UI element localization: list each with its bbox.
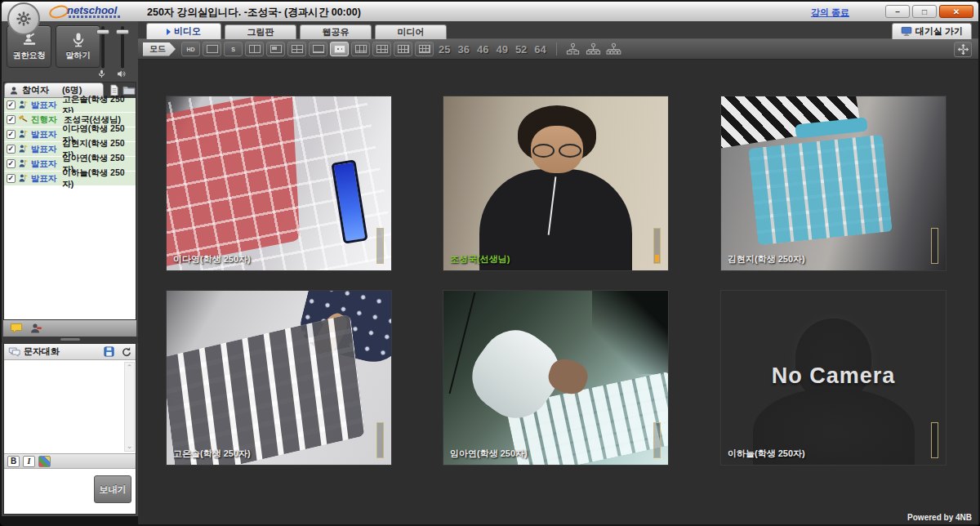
send-button[interactable]: 보내기 <box>94 475 131 503</box>
participant-checkbox[interactable]: ✓ <box>7 145 16 154</box>
grid-4x3-icon <box>398 45 409 53</box>
tab-strip: 비디오 그림판 웹공유 미디어 대기실 가기 <box>138 21 978 39</box>
video-tile-goeunsol[interactable]: 고은솔(학생 250자) <box>166 290 392 466</box>
bold-button[interactable]: B <box>7 456 20 467</box>
video-tile-chosungkuk[interactable]: 조성국(선생님) <box>443 96 669 271</box>
title-bar: netschool 250자 강의실입니다. -조성국- (경과시간 00:00… <box>2 2 978 21</box>
logo-subtext <box>69 16 121 18</box>
waiting-room-label: 대기실 가기 <box>915 25 963 38</box>
participant-checkbox[interactable]: ✓ <box>7 174 16 183</box>
video-tile-leehaneul[interactable]: No Camera 이하늘(학생 250자) <box>720 290 947 466</box>
participant-role: 발표자 <box>31 129 60 140</box>
mic-slider-handle[interactable] <box>96 29 109 34</box>
speaker-small-icon <box>117 69 127 79</box>
volume-indicator <box>931 422 938 458</box>
participant-role: 발표자 <box>31 144 60 155</box>
participant-role: 진행자 <box>31 114 61 126</box>
video-feed <box>167 96 391 270</box>
chat-format-bar: B I <box>4 453 136 468</box>
layout-2x2-button[interactable] <box>287 42 306 56</box>
participant-role: 발표자 <box>31 173 60 185</box>
speaker-slider-handle[interactable] <box>116 29 129 34</box>
tab-webshare[interactable]: 웹공유 <box>300 25 372 39</box>
layout-49-button[interactable]: 49 <box>493 43 510 56</box>
layout-64-button[interactable]: 64 <box>532 43 548 56</box>
scene-detail <box>166 314 365 466</box>
video-tile-imayeon[interactable]: 임아연(학생 250자) <box>443 290 669 466</box>
volume-level-fill <box>655 255 659 262</box>
presenter-icon <box>18 144 29 154</box>
participant-row[interactable]: ✓ 발표자 고은솔(학생 250자) <box>4 98 136 113</box>
layout-36-button[interactable]: 36 <box>455 43 471 56</box>
layout-pip-button[interactable] <box>266 42 285 56</box>
text-color-button[interactable] <box>38 456 51 467</box>
participant-checkbox[interactable]: ✓ <box>7 100 16 109</box>
panel-splitter[interactable] <box>2 337 138 343</box>
group-view-4-button[interactable] <box>605 41 623 57</box>
participant-checkbox[interactable]: ✓ <box>7 115 16 124</box>
fullscreen-button[interactable] <box>954 42 972 57</box>
layout-single-button[interactable] <box>203 42 221 56</box>
video-tile-leedayoung[interactable]: 이다영(학생 250자) <box>166 96 392 271</box>
participant-checkbox[interactable]: ✓ <box>7 159 16 168</box>
layout-bottomstrip-button[interactable] <box>309 42 327 56</box>
maximize-button[interactable]: □ <box>912 5 937 18</box>
layout-sidegrid-button[interactable] <box>351 42 370 56</box>
talk-button[interactable]: 말하기 <box>56 25 100 68</box>
presenter-icon <box>18 129 29 140</box>
mode-button[interactable]: 모드 <box>143 42 176 56</box>
refresh-chat-button[interactable] <box>121 346 131 357</box>
participant-row[interactable]: ✓ 발표자 이하늘(학생 250자) <box>4 172 136 186</box>
layout-25-button[interactable]: 25 <box>436 43 452 56</box>
talk-label: 말하기 <box>66 50 91 61</box>
host-gavel-icon <box>18 114 29 125</box>
layout-hd-button[interactable]: HD <box>181 42 200 56</box>
layout-2col-button[interactable] <box>245 42 264 56</box>
hd-label: HD <box>186 47 194 52</box>
no-camera-text: No Camera <box>721 363 946 389</box>
layout-52-button[interactable]: 52 <box>513 43 529 56</box>
save-chat-button[interactable] <box>104 346 114 357</box>
speaker-volume-slider[interactable] <box>115 26 130 69</box>
tab-video[interactable]: 비디오 <box>146 23 221 39</box>
layout-4x4-button[interactable] <box>415 42 434 56</box>
grid-2x2-icon <box>292 45 303 53</box>
mic-volume-slider[interactable] <box>96 26 110 69</box>
layout-3x2-button[interactable] <box>330 42 349 56</box>
group-view-2-button[interactable] <box>564 41 582 57</box>
group-view-3-button[interactable] <box>585 41 603 57</box>
participant-list-empty-area <box>4 186 136 319</box>
tab-video-label: 비디오 <box>174 25 201 38</box>
participant-name: 이하늘(학생 250자) <box>62 167 133 190</box>
scroll-up-button[interactable]: ⌃ <box>125 363 134 372</box>
layout-4x3-button[interactable] <box>394 42 412 56</box>
settings-button[interactable] <box>7 2 40 35</box>
chat-scrollbar[interactable]: ⌃ ⌄ <box>124 362 135 452</box>
request-permission-label: 권한요청 <box>13 50 46 61</box>
tab-whiteboard[interactable]: 그림판 <box>225 25 296 39</box>
video-tile-kimhyunji[interactable]: 김현지(학생 250자) <box>720 96 947 271</box>
participant-checkbox[interactable]: ✓ <box>7 130 16 139</box>
end-lecture-link[interactable]: 강의 종료 <box>811 7 849 19</box>
volume-indicator <box>653 422 661 458</box>
netschool-logo: netschool <box>52 4 142 20</box>
chat-input[interactable] <box>6 470 90 512</box>
scene-detail <box>592 291 669 374</box>
minimize-button[interactable]: – <box>885 5 910 18</box>
gear-icon <box>15 10 33 28</box>
layout-3x3-button[interactable] <box>372 42 391 56</box>
monitor-icon <box>901 26 912 37</box>
volume-indicator <box>931 228 938 264</box>
toolbar-divider <box>556 42 557 56</box>
scroll-down-button[interactable]: ⌄ <box>125 441 134 451</box>
waiting-room-button[interactable]: 대기실 가기 <box>892 23 972 39</box>
layout-46-button[interactable]: 46 <box>474 43 491 56</box>
chat-bubble-button[interactable] <box>10 323 23 334</box>
tab-media[interactable]: 미디어 <box>375 25 447 39</box>
close-button[interactable]: ✕ <box>939 5 973 18</box>
italic-button[interactable]: I <box>23 456 35 467</box>
volume-sliders <box>96 25 131 78</box>
block-user-button[interactable] <box>29 323 42 334</box>
video-label: 고은솔(학생 250자) <box>173 448 251 460</box>
layout-speaker-button[interactable]: S <box>224 42 243 56</box>
